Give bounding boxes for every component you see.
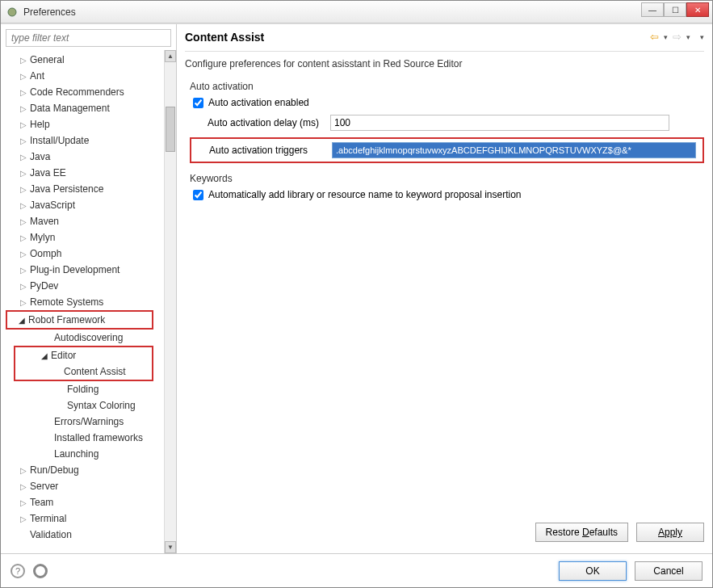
scroll-thumb[interactable] — [166, 107, 175, 152]
nav-icons: ⇦ ▾ ⇨ ▾ ▾ — [650, 31, 704, 43]
tree-item-team[interactable]: ▷Team — [17, 494, 163, 510]
auto-activation-enabled-label: Auto activation enabled — [208, 97, 309, 108]
keywords-auto-row: Automatically add library or resource na… — [193, 189, 704, 200]
auto-activation-enabled-row: Auto activation enabled — [193, 97, 704, 108]
tree-item-pydev[interactable]: ▷PyDev — [17, 278, 163, 294]
keywords-group-label: Keywords — [190, 173, 704, 184]
tree-item-server[interactable]: ▷Server — [17, 478, 163, 494]
tree-scrollbar[interactable]: ▲ ▼ — [164, 50, 176, 553]
filter-input[interactable] — [6, 29, 171, 47]
tree-item-maven[interactable]: ▷Maven — [17, 213, 163, 229]
tree-item-plugin-development[interactable]: ▷Plug-in Development — [17, 262, 163, 278]
tree-item-validation[interactable]: Validation — [17, 527, 163, 543]
keywords-auto-checkbox[interactable] — [193, 190, 203, 200]
help-icon[interactable]: ? — [10, 564, 25, 578]
expand-icon[interactable]: ▷ — [19, 120, 28, 129]
tree-item-content-assist[interactable]: Content Assist — [15, 363, 152, 380]
scroll-down-icon[interactable]: ▼ — [165, 541, 176, 553]
tree-item-java-persistence[interactable]: ▷Java Persistence — [17, 181, 163, 197]
tree-items: ▷General ▷Ant ▷Code Recommenders ▷Data M… — [6, 52, 176, 543]
content-panel: Content Assist ⇦ ▾ ⇨ ▾ ▾ Configure prefe… — [177, 24, 712, 553]
expand-icon[interactable]: ▷ — [19, 466, 28, 475]
highlight-robot-framework: ◢Robot Framework — [6, 310, 153, 330]
tree-item-launching[interactable]: Launching — [41, 446, 163, 462]
expand-icon[interactable]: ▷ — [19, 514, 28, 523]
forward-icon[interactable]: ⇨ — [673, 31, 682, 43]
delay-row: Auto activation delay (ms) — [193, 115, 704, 131]
tree-item-code-recommenders[interactable]: ▷Code Recommenders — [17, 84, 163, 100]
tree-item-folding[interactable]: Folding — [54, 381, 163, 397]
window-title: Preferences — [23, 6, 76, 18]
expand-icon[interactable]: ▷ — [19, 56, 28, 65]
tree-item-java[interactable]: ▷Java — [17, 149, 163, 165]
auto-activation-group: Auto activation enabled Auto activation … — [185, 97, 704, 168]
forward-menu-icon[interactable]: ▾ — [686, 33, 690, 41]
view-menu-icon[interactable]: ▾ — [700, 33, 704, 41]
tree-item-remote-systems[interactable]: ▷Remote Systems — [17, 294, 163, 310]
ok-button[interactable]: OK — [559, 561, 627, 581]
page-description: Configure preferences for content asisst… — [185, 58, 704, 69]
triggers-input[interactable] — [332, 142, 696, 158]
expand-icon[interactable]: ▷ — [19, 153, 28, 162]
expand-icon[interactable]: ▷ — [19, 185, 28, 194]
dialog-buttons-bar: ? OK Cancel — [1, 553, 712, 587]
tree-item-editor[interactable]: ◢Editor — [15, 347, 152, 363]
tree-item-mylyn[interactable]: ▷Mylyn — [17, 229, 163, 246]
apply-button[interactable]: Apply — [636, 523, 704, 542]
tree-item-terminal[interactable]: ▷Terminal — [17, 510, 163, 527]
tree-item-javascript[interactable]: ▷JavaScript — [17, 197, 163, 213]
expand-icon[interactable]: ▷ — [19, 282, 28, 291]
tree-item-robot-framework[interactable]: ◢Robot Framework — [7, 312, 152, 328]
delay-label: Auto activation delay (ms) — [193, 117, 330, 128]
delay-input[interactable] — [330, 115, 669, 131]
back-menu-icon[interactable]: ▾ — [664, 33, 668, 41]
expand-icon[interactable]: ▷ — [19, 498, 28, 507]
scroll-up-icon[interactable]: ▲ — [165, 50, 176, 62]
filter-wrapper — [6, 29, 171, 47]
expand-icon[interactable]: ▷ — [19, 217, 28, 226]
tree-item-help[interactable]: ▷Help — [17, 116, 163, 132]
tree-item-syntax-coloring[interactable]: Syntax Coloring — [54, 397, 163, 414]
expand-icon[interactable]: ▷ — [19, 201, 28, 210]
window-controls: — ☐ ✕ — [641, 2, 709, 17]
tree-item-errors-warnings[interactable]: Errors/Warnings — [41, 414, 163, 430]
dialog-buttons: OK Cancel — [559, 561, 703, 581]
tree-item-ant[interactable]: ▷Ant — [17, 68, 163, 84]
page-buttons: Restore Defaults Apply — [185, 518, 704, 547]
close-button[interactable]: ✕ — [686, 2, 709, 17]
expand-icon[interactable]: ▷ — [19, 266, 28, 275]
expand-icon[interactable]: ▷ — [19, 482, 28, 491]
tree-item-data-management[interactable]: ▷Data Management — [17, 100, 163, 116]
expand-icon[interactable]: ▷ — [19, 250, 28, 258]
preferences-tree[interactable]: ▷General ▷Ant ▷Code Recommenders ▷Data M… — [1, 50, 176, 553]
expand-icon[interactable]: ▷ — [19, 88, 28, 97]
collapse-icon[interactable]: ◢ — [40, 351, 49, 360]
progress-icon[interactable] — [33, 564, 48, 578]
tree-item-run-debug[interactable]: ▷Run/Debug — [17, 462, 163, 478]
auto-activation-enabled-checkbox[interactable] — [193, 98, 203, 108]
tree-item-install-update[interactable]: ▷Install/Update — [17, 132, 163, 149]
expand-icon[interactable]: ▷ — [19, 233, 28, 242]
expand-icon[interactable]: ▷ — [19, 72, 28, 81]
maximize-button[interactable]: ☐ — [664, 2, 686, 17]
titlebar: Preferences — ☐ ✕ — [1, 1, 712, 23]
restore-defaults-button[interactable]: Restore Defaults — [535, 523, 628, 542]
expand-icon[interactable]: ▷ — [19, 104, 28, 113]
expand-icon[interactable]: ▷ — [19, 169, 28, 178]
tree-item-installed-frameworks[interactable]: Installed frameworks — [41, 430, 163, 446]
preferences-window: Preferences — ☐ ✕ ▷General ▷Ant ▷Code Re… — [0, 0, 713, 588]
cancel-button[interactable]: Cancel — [635, 561, 703, 581]
tree-item-autodiscovering[interactable]: Autodiscovering — [41, 330, 163, 346]
tree-panel: ▷General ▷Ant ▷Code Recommenders ▷Data M… — [1, 24, 177, 553]
back-icon[interactable]: ⇦ — [650, 31, 659, 43]
expand-icon[interactable]: ▷ — [19, 298, 28, 307]
page-title: Content Assist — [185, 31, 650, 44]
tree-item-general[interactable]: ▷General — [17, 52, 163, 68]
triggers-label: Auto activation triggers — [191, 145, 332, 156]
collapse-icon[interactable]: ◢ — [17, 316, 27, 325]
minimize-button[interactable]: — — [641, 2, 664, 17]
help-icons: ? — [10, 564, 48, 578]
expand-icon[interactable]: ▷ — [19, 136, 28, 145]
tree-item-oomph[interactable]: ▷Oomph — [17, 246, 163, 262]
tree-item-java-ee[interactable]: ▷Java EE — [17, 165, 163, 181]
